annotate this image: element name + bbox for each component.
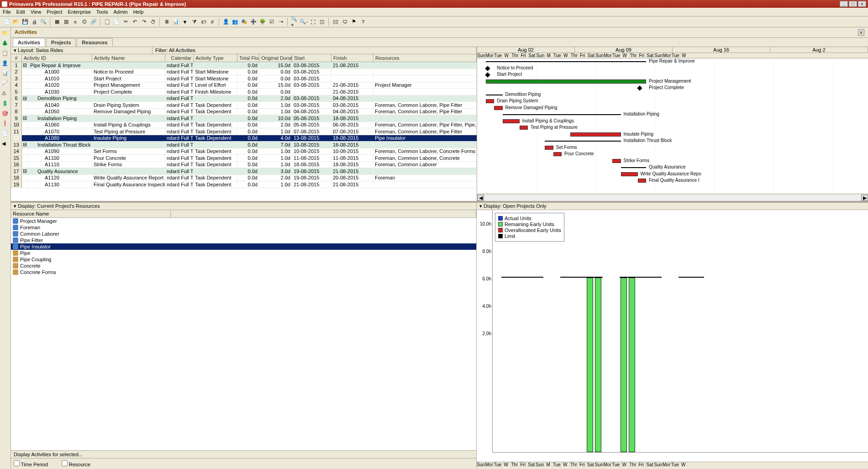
reports-side-icon[interactable]: 📊 (2, 70, 9, 78)
col-total-float[interactable]: Total Float (237, 54, 259, 62)
chart-icon[interactable]: 📊 (172, 18, 180, 26)
activities-side-icon[interactable]: 📋 (2, 50, 9, 58)
filter-icon[interactable]: ▼ (181, 18, 189, 26)
split-icon[interactable]: ◫ (318, 18, 326, 26)
panel-close-button[interactable]: × (858, 29, 864, 36)
tab-resources[interactable]: Resources (77, 38, 112, 47)
projects-icon[interactable]: 📁 (2, 30, 9, 37)
table-row[interactable]: 5A1030Project Completendard Full TimeFin… (11, 89, 477, 95)
steps-icon[interactable]: ☑ (268, 18, 276, 26)
table-row[interactable]: 16A1110Strike Formsndard Full TimeTask D… (11, 162, 477, 169)
table-row[interactable]: 14A1090Set Formsndard Full TimeTask Depe… (11, 148, 477, 155)
table-row[interactable]: 18A1120Write Quality Assurance Reportnda… (11, 175, 477, 182)
role-icon[interactable]: 🎭 (240, 18, 248, 26)
col-original-duration[interactable]: Original Duration (259, 54, 292, 62)
activity-icon[interactable]: ➕ (249, 18, 258, 26)
resource-display-dropdown[interactable]: ▾ Display: Current Project's Resources (11, 203, 476, 210)
help-icon[interactable]: ? (359, 18, 367, 26)
resource-item[interactable]: Pipe Insulator (11, 243, 476, 250)
table-row[interactable]: 19A1130Final Quality Assurance Inspectio… (11, 181, 477, 188)
layout-icon[interactable]: ▦ (53, 18, 61, 26)
table-row[interactable]: 13⊟Installation Thrust Blockndard Full T… (11, 142, 477, 148)
resource-item[interactable]: Pipe Coupling (11, 256, 476, 263)
filter-info[interactable]: Filter: All Activities (153, 47, 477, 54)
table-row[interactable]: 11A1070Test Piping at Pressurendard Full… (11, 128, 477, 135)
resource-item[interactable]: Foreman (11, 224, 476, 231)
table-row[interactable]: 4A1020Project Managementndard Full TimeL… (11, 82, 477, 89)
resources-side-icon[interactable]: 👤 (2, 60, 9, 68)
columns2-icon[interactable]: ▯▯ (331, 18, 340, 26)
menu-tools[interactable]: Tools (96, 9, 108, 15)
table-row[interactable]: 15A1100Pour Concretendard Full TimeTask … (11, 155, 477, 162)
wbs-side-icon[interactable]: 🌲 (2, 40, 9, 47)
menu-admin[interactable]: Admin (113, 9, 127, 15)
columns-icon[interactable]: ▥ (62, 18, 70, 26)
cut-icon[interactable]: ✂ (121, 18, 130, 26)
table-row[interactable]: 2A1000Notice to Proceedndard Full TimeSt… (11, 69, 477, 76)
minimize-button[interactable]: _ (840, 1, 848, 7)
back-side-icon[interactable]: ◀ (2, 141, 9, 148)
align-icon[interactable]: ≣ (163, 18, 171, 26)
tab-activities[interactable]: Activities (13, 38, 45, 47)
col-calendar[interactable]: Calendar (165, 54, 194, 62)
radio-resource[interactable]: Resource (62, 460, 90, 467)
col-activity-name[interactable]: Activity Name (92, 54, 165, 62)
menu-file[interactable]: File (3, 9, 11, 15)
maximize-button[interactable]: □ (849, 1, 857, 7)
zoomout-icon[interactable]: 🔍- (300, 18, 308, 26)
copy-icon[interactable]: 📋 (103, 18, 111, 26)
risks-side-icon[interactable]: ⚠ (2, 90, 9, 98)
zoomfit-icon[interactable]: ⛶ (309, 18, 317, 26)
redo-icon[interactable]: ↷ (140, 18, 148, 26)
resource-list[interactable]: Project ManagerForemanCommon LaborerPipe… (11, 218, 476, 450)
tab-projects[interactable]: Projects (46, 38, 76, 47)
table-row[interactable]: 9⊟Installation Pipingndard Full Time0.0d… (11, 115, 477, 122)
resource-item[interactable]: Concrete (11, 263, 476, 269)
menu-edit[interactable]: Edit (16, 9, 25, 15)
assign-icon[interactable]: 👥 (231, 18, 239, 26)
zoomin-icon[interactable]: 🔍+ (290, 18, 299, 26)
issues-side-icon[interactable]: ❗ (2, 121, 9, 128)
print-icon[interactable]: 🖨 (30, 18, 38, 26)
link-icon[interactable]: 🔗 (89, 18, 98, 26)
gantt-scroll-right[interactable]: ▶ (861, 195, 868, 201)
resource-item[interactable]: Concrete Forms (11, 269, 476, 275)
col-num[interactable]: # (11, 54, 22, 62)
col-resources[interactable]: Resources (374, 54, 477, 62)
resource-icon[interactable]: 👤 (222, 18, 230, 26)
menu-enterprise[interactable]: Enterprise (68, 9, 91, 15)
table-row[interactable]: 12A1080Insulate Pipingndard Full TimeTas… (11, 135, 477, 142)
save-icon[interactable]: 💾 (21, 18, 29, 26)
schedule-icon[interactable]: ⏱ (149, 18, 157, 26)
table-row[interactable]: 1⊟Pipe Repair & Improvendard Full Time0.… (11, 62, 477, 69)
gantt-scroll-track[interactable] (484, 195, 861, 201)
group-icon[interactable]: ⌬ (80, 18, 89, 26)
close-button[interactable]: × (858, 1, 866, 7)
histogram-display-dropdown[interactable]: ▾ Display: Open Projects Only (477, 203, 868, 210)
expenses-side-icon[interactable]: 💲 (2, 100, 9, 108)
resource-item[interactable]: Pipe (11, 250, 476, 256)
table-row[interactable]: 7A1040Drain Piping Systemndard Full Time… (11, 102, 477, 109)
thresholds-side-icon[interactable]: 🎯 (2, 111, 9, 118)
table-row[interactable]: 3A1010Start Projectndard Full TimeStart … (11, 75, 477, 82)
format-icon[interactable]: 🏷 (199, 18, 207, 26)
funnel-icon[interactable]: ⧩ (190, 18, 198, 26)
col-finish[interactable]: Finish (331, 54, 374, 62)
resource-item[interactable]: Pipe Fitter (11, 237, 476, 243)
note-icon[interactable]: 🗨 (341, 18, 349, 26)
preview-icon[interactable]: 🔍 (39, 18, 47, 26)
layout-dropdown[interactable]: ▾ Layout: Swiss Rides (11, 47, 153, 54)
col-start[interactable]: Start (292, 54, 331, 62)
table-row[interactable]: 6⊟Demolition Pipingndard Full Time0.0d2.… (11, 95, 477, 102)
docs-side-icon[interactable]: 📄 (2, 131, 9, 138)
table-row[interactable]: 17⊟Quality Assurancendard Full Time0.0d3… (11, 168, 477, 175)
col-activity-type[interactable]: Activity Type (194, 54, 237, 62)
menu-project[interactable]: Project (47, 9, 62, 15)
bars-icon[interactable]: ≡ (71, 18, 79, 26)
wbs-icon[interactable]: 🌳 (258, 18, 267, 26)
gantt-chart[interactable]: Aug 02Aug 09Aug 16Aug 2 SunMonTueWThrFri… (477, 47, 868, 201)
paste-icon[interactable]: 📄 (112, 18, 121, 26)
table-row[interactable]: 8A1050Remove Damaged Pipingndard Full Ti… (11, 109, 477, 116)
tracking-side-icon[interactable]: 📈 (2, 80, 9, 88)
gantt-scroll-left[interactable]: ◀ (477, 195, 484, 201)
